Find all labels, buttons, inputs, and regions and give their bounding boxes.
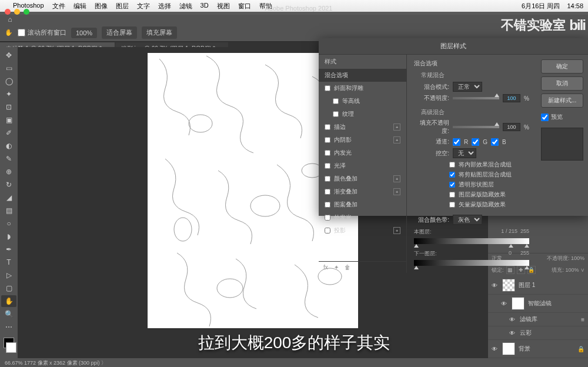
healing-tool[interactable]: ◐	[1, 140, 16, 152]
visibility-icon[interactable]: 👁	[492, 282, 499, 289]
underlying-gradient[interactable]	[414, 260, 529, 266]
add-effect-icon[interactable]: +	[393, 188, 400, 195]
add-effect-icon[interactable]: +	[393, 124, 400, 131]
add-effect-icon[interactable]: +	[393, 175, 400, 182]
style-checkbox[interactable]	[325, 137, 330, 143]
blend-mode-select[interactable]: 正常	[453, 82, 482, 92]
visibility-icon[interactable]: 👁	[509, 316, 516, 323]
style-checkbox[interactable]	[325, 176, 330, 182]
lasso-tool[interactable]: ◯	[1, 75, 16, 87]
gradient-tool[interactable]: ▤	[1, 205, 16, 216]
home-icon[interactable]: ⌂	[6, 15, 14, 24]
svg-point-4	[174, 218, 192, 241]
style-checkbox[interactable]	[325, 150, 330, 156]
style-item[interactable]: 投影+	[319, 224, 406, 237]
style-item[interactable]: 内阴影+	[319, 134, 406, 146]
style-checkbox[interactable]	[325, 124, 330, 130]
fill-opacity-slider[interactable]	[453, 124, 499, 131]
opacity-value[interactable]: 100	[503, 94, 520, 102]
shape-tool[interactable]: ▢	[1, 282, 16, 294]
style-checkbox[interactable]	[325, 85, 330, 91]
adv-checkbox[interactable]	[449, 192, 455, 198]
zoom-tool[interactable]: 🔍	[1, 308, 16, 320]
style-item[interactable]: 内发光	[319, 146, 406, 159]
visibility-icon[interactable]: 👁	[509, 330, 516, 336]
knockout-select[interactable]: 无	[453, 148, 476, 158]
fit-screen-button[interactable]: 适合屏幕	[102, 26, 137, 39]
clone-tool[interactable]: ⊕	[1, 166, 16, 178]
delete-style-icon[interactable]: 🗑	[345, 264, 350, 271]
fill-screen-button[interactable]: 填充屏幕	[142, 26, 177, 39]
cancel-button[interactable]: 取消	[541, 76, 583, 91]
style-item[interactable]: 光泽	[319, 159, 406, 172]
adv-checkbox[interactable]	[449, 172, 455, 178]
crop-tool[interactable]: ⊡	[1, 101, 16, 113]
color-swatches[interactable]	[1, 338, 16, 353]
style-checkbox[interactable]	[325, 202, 330, 208]
preview-checkbox[interactable]	[541, 114, 549, 121]
history-brush-tool[interactable]: ↻	[1, 179, 16, 191]
eyedropper-tool[interactable]: ✐	[1, 127, 16, 139]
layer-row[interactable]: 👁 云彩	[488, 326, 588, 340]
pen-tool[interactable]: ✒	[1, 243, 16, 255]
style-checkbox[interactable]	[333, 98, 339, 104]
more-tools[interactable]: ⋯	[1, 321, 16, 333]
fill-opacity-value[interactable]: 100	[503, 123, 520, 131]
style-item[interactable]: 图案叠加	[319, 198, 406, 211]
background-color[interactable]	[6, 342, 16, 353]
new-style-button[interactable]: 新建样式...	[541, 94, 583, 108]
style-checkbox[interactable]	[325, 215, 330, 221]
blur-tool[interactable]: ○	[1, 218, 16, 229]
style-item[interactable]: 颜色叠加+	[319, 172, 406, 185]
add-effect-icon[interactable]: +	[393, 227, 400, 234]
blend-if-select[interactable]: 灰色	[453, 215, 482, 225]
zoom-100-button[interactable]: 100%	[71, 28, 97, 38]
layer-row[interactable]: 👁 滤镜库 ≡	[488, 313, 588, 326]
blend-options-item[interactable]: 混合选项	[319, 69, 406, 82]
move-tool[interactable]: ✥	[1, 49, 16, 61]
layer-row[interactable]: 👁 图层 1	[488, 276, 588, 295]
style-checkbox[interactable]	[325, 228, 330, 233]
brush-tool[interactable]: ✎	[1, 153, 16, 165]
style-checkbox[interactable]	[325, 189, 330, 195]
style-item[interactable]: 等高线	[319, 95, 406, 108]
eraser-tool[interactable]: ◢	[1, 192, 16, 203]
style-checkbox[interactable]	[325, 163, 330, 169]
filter-settings-icon[interactable]: ≡	[581, 316, 584, 323]
frame-tool[interactable]: ▣	[1, 114, 16, 126]
this-layer-gradient[interactable]	[414, 238, 529, 244]
marquee-tool[interactable]: ▭	[1, 62, 16, 74]
style-item[interactable]: 斜面和浮雕	[319, 82, 406, 95]
add-style-icon[interactable]: ✦	[334, 264, 339, 271]
channel-r-checkbox[interactable]	[453, 138, 460, 146]
fx-icon[interactable]: fx	[323, 264, 328, 271]
layer-row[interactable]: 👁 背景 🔒	[488, 340, 588, 358]
scroll-all-checkbox[interactable]	[18, 29, 25, 36]
style-checkbox[interactable]	[333, 111, 339, 117]
adv-checkbox[interactable]	[449, 202, 455, 208]
minimize-window[interactable]	[14, 9, 20, 15]
maximize-window[interactable]	[24, 9, 29, 15]
visibility-icon[interactable]: 👁	[492, 346, 499, 352]
style-item[interactable]: 渐变叠加+	[319, 185, 406, 198]
adv-checkbox[interactable]	[449, 182, 455, 188]
hand-tool-icon: ✋	[5, 29, 13, 36]
layer-row[interactable]: 👁 智能滤镜	[488, 295, 588, 313]
dodge-tool[interactable]: ◗	[1, 231, 16, 242]
layer-name: 云彩	[520, 329, 532, 337]
style-item[interactable]: 描边+	[319, 121, 406, 134]
path-tool[interactable]: ▷	[1, 269, 16, 281]
opacity-slider[interactable]	[453, 95, 499, 102]
ok-button[interactable]: 确定	[541, 59, 583, 74]
add-effect-icon[interactable]: +	[393, 136, 400, 144]
hand-tool[interactable]: ✋	[1, 295, 16, 307]
style-item[interactable]: 外发光	[319, 211, 406, 224]
visibility-icon[interactable]: 👁	[501, 301, 508, 307]
channel-b-checkbox[interactable]	[491, 138, 499, 146]
type-tool[interactable]: T	[1, 256, 16, 268]
close-window[interactable]	[5, 9, 11, 15]
channel-g-checkbox[interactable]	[472, 138, 479, 146]
style-item[interactable]: 纹理	[319, 108, 406, 121]
magic-wand-tool[interactable]: ✦	[1, 88, 16, 100]
adv-checkbox[interactable]	[449, 162, 455, 168]
